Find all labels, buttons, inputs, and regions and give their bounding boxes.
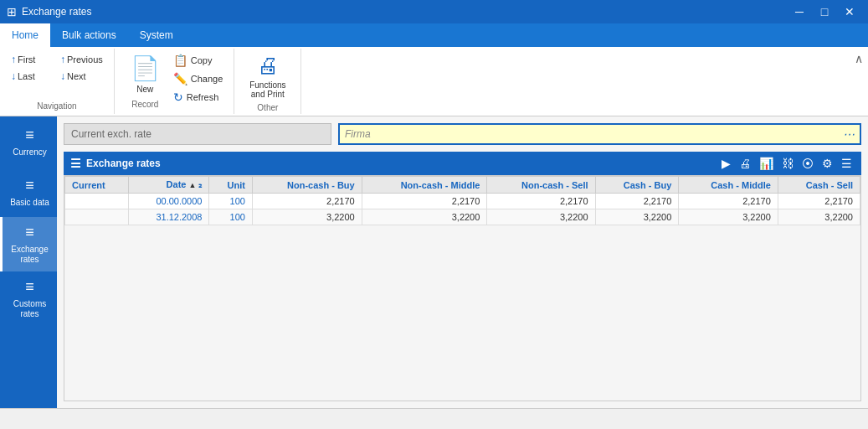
nav-previous-button[interactable]: ↑ Previous [56,52,107,67]
firma-placeholder: Firma [345,128,371,140]
table-toolbar: ▶ 🖨 📊 ⛓ ⦿ ⚙ ☰ [719,156,855,171]
table-cell [65,209,129,225]
close-button[interactable]: ✕ [838,0,861,23]
refresh-icon: ↻ [173,90,183,104]
play-button[interactable]: ▶ [719,156,733,171]
table-header-bar: ☰ Exchange rates ▶ 🖨 📊 ⛓ ⦿ ⚙ ☰ [64,152,861,175]
table-title-text: Exchange rates [86,158,161,169]
window-title: Exchange rates [22,6,91,18]
table-cell: 2,2170 [778,194,860,209]
current-exch-rate-label: Current exch. rate [71,128,152,140]
minimize-button[interactable]: ─ [788,0,811,23]
table-section: ☰ Exchange rates ▶ 🖨 📊 ⛓ ⦿ ⚙ ☰ [64,152,861,401]
table-cell: 3,2200 [362,209,487,225]
sidebar-item-basic-data[interactable]: ≡ Basic data [0,167,57,217]
basic-data-icon: ≡ [25,177,34,194]
table-cell: 2,2170 [362,194,487,209]
sidebar: ≡ Currency ≡ Basic data ≡ Exchange rates… [0,116,57,408]
menu-item-home[interactable]: Home [0,23,50,47]
ribbon-group-navigation: ↑ First ↑ Previous ↓ Last ↓ Next Navi [0,49,115,114]
refresh-button[interactable]: ↻ Refresh [169,89,228,106]
col-header-date[interactable]: Date ▲ ₂ [128,177,209,194]
change-button[interactable]: ✏️ Change [169,70,228,87]
link-button[interactable]: ⛓ [779,156,796,171]
col-header-current[interactable]: Current [65,177,129,194]
table-cell: 31.12.2008 [128,209,209,225]
exchange-rates-icon: ≡ [25,224,34,241]
currency-icon: ≡ [25,127,34,144]
previous-icon: ↑ [60,54,65,65]
ribbon: ↑ First ↑ Previous ↓ Last ↓ Next Navi [0,47,868,116]
table-cell: 3,2200 [778,209,860,225]
col-header-noncash-sell[interactable]: Non-cash - Sell [487,177,595,194]
col-header-unit[interactable]: Unit [209,177,252,194]
chart-button[interactable]: 📊 [757,156,776,171]
ribbon-group-other: 🖨 Functions and Print Other [234,49,301,114]
table-cell: 3,2200 [595,209,679,225]
table-title-icon: ☰ [70,157,81,170]
table-row[interactable]: 31.12.20081003,22003,22003,22003,22003,2… [65,209,860,225]
table-cell: 00.00.0000 [128,194,209,209]
table-cell: 100 [209,194,252,209]
status-bar [0,408,868,426]
menu-button[interactable]: ☰ [839,156,855,171]
new-button[interactable]: 📄 New [125,52,166,96]
settings-button[interactable]: ⚙ [819,156,835,171]
app-icon: ⊞ [7,5,17,18]
main-layout: ≡ Currency ≡ Basic data ≡ Exchange rates… [0,116,868,408]
menu-bar: Home Bulk actions System [0,23,868,47]
functions-and-print-button[interactable]: 🖨 Functions and Print [244,50,291,101]
col-header-cash-middle[interactable]: Cash - Middle [679,177,778,194]
table-cell: 2,2170 [595,194,679,209]
nav-group-label: Navigation [7,100,107,111]
col-header-noncash-buy[interactable]: Non-cash - Buy [252,177,362,194]
exchange-rates-table: Current Date ▲ ₂ Unit Non-cash - Buy Non… [64,176,860,225]
other-group-label: Other [257,101,278,112]
table-cell: 2,2170 [487,194,595,209]
current-exch-rate-filter[interactable]: Current exch. rate [64,123,331,145]
print-button[interactable]: 🖨 [737,156,753,171]
col-header-cash-buy[interactable]: Cash - Buy [595,177,679,194]
title-bar: ⊞ Exchange rates ─ □ ✕ [0,0,868,23]
window-controls: ─ □ ✕ [788,0,861,23]
last-icon: ↓ [11,70,16,82]
table-cell: 100 [209,209,252,225]
sidebar-item-exchange-rates[interactable]: ≡ Exchange rates [0,217,57,271]
col-header-noncash-middle[interactable]: Non-cash - Middle [362,177,487,194]
menu-item-bulk-actions[interactable]: Bulk actions [50,23,128,47]
firma-dropdown-button[interactable]: ⋯ [843,127,855,141]
copy-button[interactable]: 📋 Copy [169,52,228,69]
ribbon-collapse-button[interactable]: ∧ [853,50,865,67]
table-cell: 2,2170 [679,194,778,209]
table-wrapper: Current Date ▲ ₂ Unit Non-cash - Buy Non… [64,175,861,401]
nav-next-button[interactable]: ↓ Next [56,69,102,84]
nav-last-button[interactable]: ↓ Last [7,69,53,84]
table-row[interactable]: 00.00.00001002,21702,21702,21702,21702,2… [65,194,860,209]
first-icon: ↑ [11,54,16,65]
content-area: Current exch. rate Firma ⋯ ☰ Exchange ra… [57,116,868,408]
next-icon: ↓ [60,70,65,82]
table-cell: 3,2200 [252,209,362,225]
sidebar-item-currency[interactable]: ≡ Currency [0,116,57,167]
nav-first-button[interactable]: ↑ First [7,52,53,67]
table-title: ☰ Exchange rates [70,157,161,170]
table-cell: 3,2200 [679,209,778,225]
filter-bar: Current exch. rate Firma ⋯ [64,123,861,145]
restore-button[interactable]: □ [813,0,836,23]
firma-filter[interactable]: Firma ⋯ [338,123,861,145]
print-icon: 🖨 [257,53,279,79]
sidebar-item-customs-rates[interactable]: ≡ Customs rates [0,271,57,326]
table-cell: 3,2200 [487,209,595,225]
table-cell: 2,2170 [252,194,362,209]
change-icon: ✏️ [173,72,187,85]
columns-button[interactable]: ⦿ [799,156,816,171]
table-cell [65,194,129,209]
customs-rates-icon: ≡ [25,278,34,296]
record-group-label: Record [131,98,158,109]
ribbon-group-record: 📄 New Record 📋 Copy ✏️ Change ↻ Refresh [115,49,235,114]
menu-item-system[interactable]: System [128,23,185,47]
copy-icon: 📋 [173,54,187,67]
new-icon: 📄 [131,54,160,83]
col-header-cash-sell[interactable]: Cash - Sell [778,177,860,194]
